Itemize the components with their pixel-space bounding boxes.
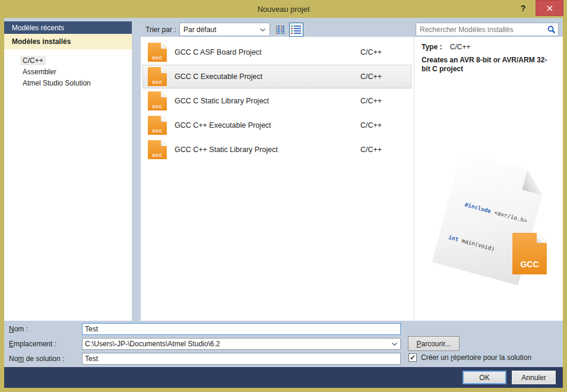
- template-row-gcc-cpp-executable[interactable]: GCC GCC C++ Executable Project C/C++: [142, 113, 411, 137]
- type-value: C/C++: [450, 43, 471, 51]
- help-icon: ?: [521, 4, 526, 13]
- search-icon[interactable]: [545, 26, 558, 34]
- ok-button[interactable]: OK: [463, 371, 506, 384]
- solution-name-input[interactable]: [82, 353, 401, 365]
- gcc-file-icon: GCC: [148, 140, 167, 159]
- search-templates-box: [416, 23, 559, 36]
- sidebar-item-installed-templates[interactable]: Modèles installés: [4, 34, 132, 49]
- template-row-gcc-c-asf-board[interactable]: GCC GCC C ASF Board Project C/C++: [142, 40, 411, 64]
- help-button[interactable]: ?: [514, 0, 533, 16]
- close-icon: [546, 5, 553, 12]
- sidebar-item-atmel-studio-solution[interactable]: Atmel Studio Solution: [23, 78, 132, 88]
- browse-button[interactable]: Parcourir...: [408, 336, 460, 351]
- gcc-badge-icon: GCC: [512, 233, 547, 274]
- gcc-file-icon: GCC: [148, 91, 167, 110]
- template-row-gcc-c-executable[interactable]: GCC GCC C Executable Project C/C++: [142, 65, 411, 88]
- sort-by-dropdown[interactable]: Par défaut: [179, 23, 270, 36]
- template-description: Creates an AVR 8-bit or AVR/ARM 32-bit C…: [422, 56, 556, 74]
- cancel-button[interactable]: Annuler: [512, 371, 556, 384]
- dialog-footer: OK Annuler: [4, 367, 563, 388]
- template-illustration: #include <avr/io.h> int main(void) { pri…: [432, 156, 563, 292]
- chevron-down-icon: [259, 26, 266, 34]
- sidebar-tree: C/C++ Assembler Atmel Studio Solution: [4, 49, 132, 321]
- project-name-input[interactable]: [82, 323, 401, 335]
- search-input[interactable]: [416, 26, 545, 34]
- title-bar[interactable]: Nouveau projet ?: [0, 0, 567, 18]
- location-combobox[interactable]: C:\Users\-JP-\Documents\Atmel Studio\6.2: [82, 338, 401, 350]
- medium-icons-view-button[interactable]: [289, 23, 303, 37]
- template-row-gcc-cpp-static-library[interactable]: GCC GCC C++ Static Library Project C/C++: [142, 138, 411, 162]
- create-directory-checkbox[interactable]: ✓: [408, 353, 417, 362]
- checkmark-icon: ✓: [410, 354, 416, 361]
- template-list: GCC GCC C ASF Board Project C/C++ GCC GC…: [141, 37, 414, 321]
- solution-name-label: Nom de solution :: [9, 355, 64, 363]
- gcc-file-icon: GCC: [148, 116, 167, 135]
- sort-by-label: Trier par :: [145, 26, 176, 34]
- sidebar-item-assembler[interactable]: Assembler: [23, 67, 132, 77]
- create-directory-label: Créer un répertoire pour la solution: [421, 353, 531, 362]
- type-label: Type :: [422, 43, 442, 51]
- new-project-dialog: Nouveau projet ? Modèles récents Modèles…: [0, 0, 567, 392]
- gcc-file-icon: GCC: [148, 43, 167, 62]
- small-icons-view-icon: [276, 25, 286, 34]
- close-button[interactable]: [536, 0, 563, 16]
- dialog-content: Modèles récents Modèles installés C/C++ …: [4, 18, 563, 388]
- sidebar-item-c-cpp[interactable]: C/C++: [23, 55, 132, 66]
- medium-icons-view-icon: [291, 25, 302, 34]
- name-label: Nom :: [9, 325, 28, 333]
- sidebar-item-recent-templates[interactable]: Modèles récents: [4, 21, 132, 34]
- page-fold-icon: [537, 233, 547, 243]
- dialog-title: Nouveau projet: [0, 0, 567, 18]
- gcc-file-icon: GCC: [148, 67, 167, 86]
- small-icons-view-button[interactable]: [274, 23, 287, 36]
- location-label: Emplacement :: [9, 340, 56, 348]
- template-row-gcc-c-static-library[interactable]: GCC GCC C Static Library Project C/C++: [142, 89, 411, 113]
- template-details-panel: Type : C/C++ Creates an AVR 8-bit or AVR…: [414, 37, 563, 321]
- chevron-down-icon: [391, 340, 398, 348]
